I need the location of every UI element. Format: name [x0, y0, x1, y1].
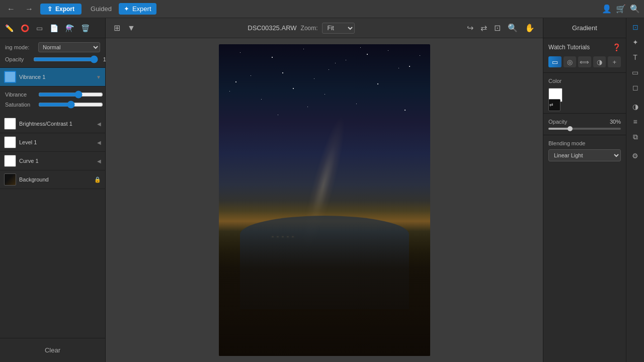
top-bar: ← → ⇧ Export Guided ✦ Expert 👤 🛒 🔍 — [0, 0, 644, 18]
opacity-section-label: Opacity — [548, 119, 567, 125]
blending-mode-select[interactable]: Normal Dissolve Multiply Screen Overlay … — [548, 149, 621, 161]
forward-button[interactable]: → — [22, 4, 36, 15]
frame-tool-icon[interactable]: ▭ — [628, 65, 642, 79]
opacity-row: Opacity 100% — [5, 55, 100, 63]
clear-button[interactable]: Clear — [5, 343, 100, 357]
gradient-tool-icon[interactable]: ⊡ — [628, 20, 642, 34]
delete-tool-icon[interactable]: 🗑️ — [79, 22, 92, 34]
layer-vibrance-1[interactable]: Vibrance 1 ▼ — [0, 68, 105, 86]
help-icon[interactable]: ❓ — [612, 43, 621, 51]
mode-tabs: Guided ✦ Expert — [86, 3, 156, 15]
canvas-right-icons: ↪ ⇄ ⊡ 🔍 ✋ — [465, 21, 537, 35]
hue-tool-icon[interactable]: ◑ — [628, 100, 642, 114]
left-toolbar: ✏️ ⭕ ▭ 📄 ⚗️ 🗑️ — [0, 18, 105, 38]
color-swatches: ⇄ — [548, 88, 621, 108]
image-container — [106, 38, 543, 362]
opacity-fill — [548, 128, 570, 130]
canvas-area: ⊞ ▼ DSC00325.ARW Zoom: Fit 25% 50% 100% … — [106, 18, 543, 362]
swap-colors-icon[interactable]: ⇄ — [549, 102, 553, 107]
eraser-tool-icon[interactable]: ◻ — [628, 80, 642, 95]
right-panel: Gradient Watch Tutorials ❓ ▭ ◎ ⟺ ◑ + Col… — [543, 18, 626, 362]
layer-thumb-brightness — [4, 118, 16, 130]
flip-icon[interactable]: ⇄ — [478, 21, 489, 35]
opacity-percentage: 30% — [610, 119, 621, 125]
doc-tool-icon[interactable]: 📄 — [48, 22, 60, 34]
canvas-toolbar: ⊞ ▼ DSC00325.ARW Zoom: Fit 25% 50% 100% … — [106, 18, 543, 38]
heal-tool-icon[interactable]: ✦ — [628, 35, 642, 49]
smart-tool-icon[interactable]: ⚙ — [628, 149, 642, 163]
color-section: Color ⇄ — [543, 73, 626, 114]
diamond-gradient-icon[interactable]: + — [608, 56, 621, 67]
grid-dropdown-icon[interactable]: ▼ — [125, 22, 137, 35]
cart-icon[interactable]: 🛒 — [616, 4, 626, 14]
blending-mode-label: Blending mode — [548, 140, 621, 146]
opacity-track — [548, 128, 621, 130]
crop-icon[interactable]: ⊡ — [492, 21, 503, 35]
angle-gradient-icon[interactable]: ◑ — [593, 56, 606, 67]
vibrance-slider[interactable] — [38, 90, 103, 99]
layer-name-curve: Curve 1 — [19, 158, 94, 164]
layer-arrow-curve[interactable]: ◀ — [97, 158, 101, 164]
night-sky-image — [219, 44, 430, 356]
saturation-row: Saturation 0 — [5, 101, 100, 109]
top-bar-left: ← → ⇧ Export — [4, 4, 82, 15]
opacity-slider[interactable] — [33, 55, 98, 63]
canvas-left-icons: ⊞ ▼ — [112, 21, 137, 35]
vibrance-controls: Vibrance 27 Saturation 0 — [0, 86, 105, 115]
brush-tool-icon[interactable]: ✏️ — [3, 22, 16, 34]
expert-tab[interactable]: ✦ Expert — [119, 3, 156, 15]
layer-expand-icon[interactable]: ▼ — [96, 74, 101, 80]
opacity-header-row: Opacity 30% — [548, 119, 621, 125]
opacity-section: Opacity 30% — [543, 114, 626, 135]
rotate-icon[interactable]: ↪ — [465, 21, 475, 35]
levels-tool-icon[interactable]: ≡ — [628, 115, 642, 129]
layer-thumb-level — [4, 136, 16, 148]
right-panel-header: Gradient — [543, 18, 626, 38]
clone-tool-icon[interactable]: ⧉ — [628, 130, 642, 144]
layer-level-1[interactable]: Level 1 ◀ — [0, 133, 105, 152]
right-panel-title: Gradient — [572, 24, 597, 32]
export-label: Export — [55, 6, 74, 13]
layer-thumb-vibrance — [4, 71, 16, 83]
main-area: ✏️ ⭕ ▭ 📄 ⚗️ 🗑️ ing mode: Normal Opacity … — [0, 18, 644, 362]
layer-brightness-contrast[interactable]: Brightness/Contrast 1 ◀ — [0, 115, 105, 133]
left-panel: ✏️ ⭕ ▭ 📄 ⚗️ 🗑️ ing mode: Normal Opacity … — [0, 18, 106, 362]
export-button[interactable]: ⇧ Export — [40, 4, 82, 15]
color-label: Color — [548, 78, 621, 84]
vibrance-label: Vibrance — [5, 92, 35, 98]
reflected-gradient-icon[interactable]: ⟺ — [578, 56, 591, 67]
grid-icon[interactable]: ⊞ — [112, 21, 122, 35]
layer-curve-1[interactable]: Curve 1 ◀ — [0, 152, 105, 170]
upload-icon: ⇧ — [47, 6, 52, 13]
layer-arrow-brightness[interactable]: ◀ — [97, 121, 101, 127]
layer-arrow-level[interactable]: ◀ — [97, 140, 101, 145]
linear-gradient-icon[interactable]: ▭ — [548, 56, 561, 67]
zoom-select[interactable]: Fit 25% 50% 100% 200% — [322, 23, 355, 34]
back-button[interactable]: ← — [4, 4, 18, 15]
blending-section: Blending mode Normal Dissolve Multiply S… — [543, 135, 626, 166]
guided-tab[interactable]: Guided — [86, 3, 117, 15]
foreground-layer — [219, 231, 430, 356]
gradient-type-icons: ▭ ◎ ⟺ ◑ + — [548, 56, 621, 67]
radial-gradient-icon[interactable]: ◎ — [564, 56, 577, 67]
star-icon: ✦ — [124, 5, 129, 13]
lock-icon: 🔒 — [94, 176, 101, 183]
layer-background[interactable]: Background 🔒 — [0, 170, 105, 189]
search-icon[interactable]: 🔍 — [630, 4, 640, 14]
blend-mode-select[interactable]: Normal — [38, 42, 100, 52]
user-icon[interactable]: 👤 — [602, 4, 612, 14]
zoom-in-icon[interactable]: 🔍 — [506, 21, 520, 35]
blend-section: ing mode: Normal Opacity 100% — [0, 38, 105, 68]
saturation-slider[interactable] — [38, 101, 103, 109]
opacity-label: Opacity — [5, 56, 30, 62]
watch-tutorials-label: Watch Tutorials — [548, 44, 590, 51]
filter-tool-icon[interactable]: ⚗️ — [63, 22, 76, 34]
circle-tool-icon[interactable]: ⭕ — [19, 22, 31, 34]
opacity-thumb[interactable] — [568, 126, 573, 131]
hand-tool-icon[interactable]: ✋ — [523, 21, 537, 35]
text-tool-icon[interactable]: T — [628, 50, 642, 64]
rect-tool-icon[interactable]: ▭ — [34, 22, 45, 34]
layer-name-level: Level 1 — [19, 139, 94, 145]
layer-name-background: Background — [19, 176, 91, 183]
clear-section: Clear — [0, 338, 105, 362]
